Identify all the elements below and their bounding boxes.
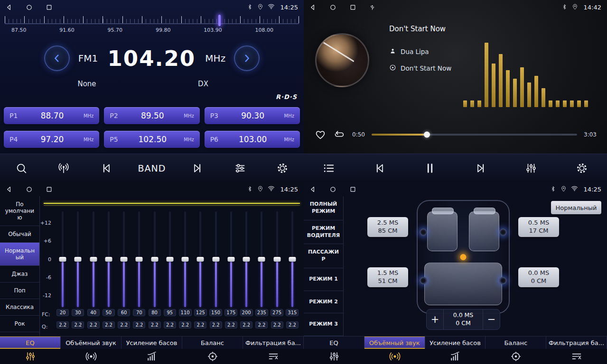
eq-band-slider[interactable] — [239, 211, 254, 307]
speaker-rear-left-icon[interactable] — [420, 277, 427, 284]
home-icon[interactable] — [329, 186, 336, 193]
speaker-front-left-icon[interactable] — [420, 228, 427, 236]
slider-knob[interactable] — [90, 257, 97, 262]
slider-knob[interactable] — [182, 257, 189, 262]
audio-tab[interactable]: Фильтрация ба... — [243, 337, 304, 349]
audio-tab[interactable]: EQ — [304, 337, 364, 349]
delay-front-left[interactable]: 2.5 MS 85 CM — [367, 217, 408, 237]
slider-knob[interactable] — [258, 257, 265, 262]
prev-track-icon[interactable] — [369, 157, 391, 179]
eq-band-slider[interactable] — [177, 211, 193, 307]
preset-button[interactable]: P2 89.50 MHz — [104, 107, 199, 124]
band-button[interactable]: BAND — [138, 163, 166, 173]
pause-icon[interactable] — [419, 157, 441, 179]
audio-tab[interactable]: Усиление басов — [425, 337, 486, 349]
delay-front-right[interactable]: 0.5 MS 17 CM — [518, 217, 559, 237]
slider-knob[interactable] — [151, 257, 158, 262]
prev-station-icon[interactable] — [95, 157, 117, 179]
mode-item[interactable]: ПОЛНЫЙ РЕЖИМ — [304, 196, 343, 220]
eq-preset-item[interactable]: Обычай — [0, 226, 39, 243]
settings-gear-icon[interactable] — [571, 157, 593, 179]
bass-boost-tab-icon[interactable] — [121, 349, 182, 364]
audio-tab[interactable]: Фильтрация ба... — [546, 337, 607, 349]
broadcast-icon[interactable] — [53, 157, 75, 179]
next-track-icon[interactable] — [470, 157, 492, 179]
decrease-button[interactable]: − — [483, 309, 500, 329]
favorite-icon[interactable] — [314, 128, 327, 141]
eq-band-slider[interactable] — [254, 211, 269, 307]
eq-faders-icon[interactable] — [520, 157, 542, 179]
repeat-icon[interactable] — [333, 128, 346, 141]
listening-position-dot[interactable] — [460, 254, 467, 260]
eq-tab-icon[interactable] — [304, 349, 364, 364]
audio-tab[interactable]: Усиление басов — [121, 337, 182, 349]
mode-item[interactable]: РЕЖИМ ВОДИТЕЛЯ — [304, 220, 343, 245]
eq-band-slider[interactable] — [70, 211, 85, 307]
playlist-icon[interactable] — [318, 157, 340, 179]
slider-knob[interactable] — [212, 257, 219, 262]
recents-icon[interactable] — [349, 4, 356, 11]
back-icon[interactable] — [309, 186, 317, 193]
eq-tab-icon[interactable] — [0, 349, 61, 364]
bass-boost-tab-icon[interactable] — [425, 349, 486, 364]
tune-up-button[interactable] — [234, 46, 260, 71]
settings-gear-icon[interactable] — [271, 157, 293, 179]
back-icon[interactable] — [309, 4, 317, 11]
eq-band-slider[interactable] — [131, 211, 147, 307]
mode-item[interactable]: РЕЖИМ 2 — [304, 291, 343, 314]
frequency-scale[interactable]: 87.5091.6095.7099.80103.90108.00 — [5, 16, 299, 39]
slider-knob[interactable] — [75, 257, 82, 262]
eq-band-slider[interactable] — [208, 211, 224, 307]
filter-tab-icon[interactable] — [243, 349, 304, 364]
increase-button[interactable]: + — [427, 309, 444, 329]
audio-tab[interactable]: Баланс — [182, 337, 243, 349]
recents-icon[interactable] — [46, 186, 53, 193]
eq-preset-item[interactable]: Поп — [0, 282, 39, 299]
eq-band-slider[interactable] — [147, 211, 162, 307]
eq-band-slider[interactable] — [55, 211, 70, 307]
back-icon[interactable] — [6, 4, 13, 11]
audio-tab[interactable]: Объёмный звук — [364, 337, 425, 349]
audio-settings-icon[interactable] — [229, 157, 251, 179]
preset-button[interactable]: P4 97.20 MHz — [4, 131, 99, 148]
home-icon[interactable] — [329, 4, 336, 11]
surround-tab-icon[interactable] — [364, 349, 425, 364]
recents-icon[interactable] — [46, 4, 53, 11]
speaker-rear-right-icon[interactable] — [499, 277, 507, 284]
slider-knob[interactable] — [59, 257, 66, 262]
eq-preset-item[interactable]: По умолчанию — [0, 196, 39, 226]
preset-button[interactable]: P3 90.30 MHz — [205, 107, 300, 124]
eq-band-slider[interactable] — [285, 211, 300, 307]
eq-band-slider[interactable] — [193, 211, 208, 307]
filter-tab-icon[interactable] — [546, 349, 607, 364]
eq-band-slider[interactable] — [116, 211, 131, 307]
home-icon[interactable] — [26, 4, 33, 11]
eq-band-slider[interactable] — [101, 211, 116, 307]
recents-icon[interactable] — [349, 186, 356, 193]
eq-preset-item[interactable]: Джаз — [0, 266, 39, 282]
slider-knob[interactable] — [166, 257, 173, 262]
preset-button[interactable]: P5 102.50 MHz — [104, 131, 199, 148]
slider-knob[interactable] — [289, 257, 296, 262]
slider-knob[interactable] — [273, 257, 280, 262]
album-art[interactable] — [315, 33, 369, 87]
scan-icon[interactable] — [10, 157, 32, 179]
preset-button[interactable]: P6 103.00 MHz — [205, 131, 300, 148]
audio-tab[interactable]: EQ — [0, 337, 61, 349]
preset-button[interactable]: P1 88.70 MHz — [4, 107, 99, 124]
eq-band-slider[interactable] — [224, 211, 239, 307]
mode-item[interactable]: ПАССАЖИР — [304, 244, 343, 268]
mode-item[interactable]: РЕЖИМ 1 — [304, 268, 343, 291]
eq-preset-item[interactable]: Классика — [0, 299, 39, 316]
mode-item[interactable]: РЕЖИМ 3 — [304, 313, 343, 336]
delay-rear-left[interactable]: 1.5 MS 51 CM — [367, 267, 408, 287]
eq-band-slider[interactable] — [86, 211, 101, 307]
eq-preset-item[interactable]: Нормальный — [0, 243, 39, 266]
audio-tab[interactable]: Объёмный звук — [61, 337, 121, 349]
eq-band-slider[interactable] — [270, 211, 285, 307]
tune-down-button[interactable] — [44, 46, 70, 71]
balance-tab-icon[interactable] — [182, 349, 243, 364]
seek-thumb[interactable] — [424, 132, 430, 138]
eq-preset-item[interactable]: Рок — [0, 316, 39, 332]
next-station-icon[interactable] — [187, 157, 208, 179]
